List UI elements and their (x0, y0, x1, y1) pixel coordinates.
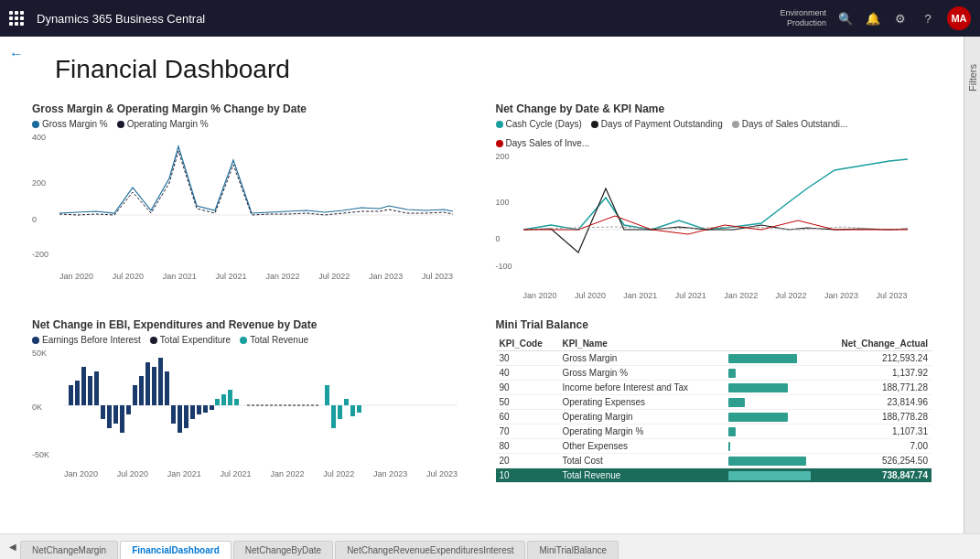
cell-name: Other Expenses (558, 439, 725, 454)
svg-rect-32 (331, 405, 336, 428)
cell-code: 30 (496, 351, 559, 366)
cell-bar (725, 454, 814, 468)
svg-rect-8 (101, 405, 105, 419)
filters-label[interactable]: Filters (967, 64, 978, 91)
legend-item-days-inve: Days Sales of Inve... (496, 138, 590, 148)
ebi-panel: Net Change in EBI, Expenditures and Reve… (18, 309, 482, 492)
table-row: 30Gross Margin212,593.24 (496, 351, 932, 366)
svg-rect-9 (107, 405, 112, 428)
table-row: 10Total Revenue738,847.74 (496, 468, 932, 483)
svg-rect-14 (139, 376, 144, 405)
mini-balance-title: Mini Trial Balance (496, 318, 932, 331)
content-area: ← Financial Dashboard Gross Margin & Ope… (0, 37, 964, 533)
cell-value: 1,107.31 (814, 425, 932, 439)
search-icon[interactable]: 🔍 (837, 10, 854, 27)
cell-value: 526,254.50 (814, 454, 932, 468)
cell-value: 212,593.24 (814, 351, 932, 366)
gross-margin-panel: Gross Margin & Operating Margin % Change… (18, 93, 482, 309)
tab-scroll-left[interactable]: ◀ (9, 542, 16, 552)
cell-code: 70 (496, 425, 559, 439)
cell-code: 50 (496, 395, 559, 410)
svg-rect-34 (344, 399, 349, 405)
ebi-legend: Earnings Before Interest Total Expenditu… (32, 335, 468, 345)
legend-item-operating: Operating Margin % (117, 119, 209, 129)
tab-item[interactable]: NetChangeByDate (233, 541, 333, 559)
ebi-xaxis: Jan 2020 Jul 2020 Jan 2021 Jul 2021 Jan … (64, 469, 458, 478)
svg-rect-12 (126, 405, 131, 414)
svg-rect-6 (88, 376, 92, 405)
svg-rect-28 (228, 390, 232, 405)
cell-name: Operating Expenses (558, 395, 725, 410)
cell-bar (725, 439, 814, 454)
table-row: 80Other Expenses7.00 (496, 439, 932, 454)
cell-code: 20 (496, 454, 559, 468)
net-change-legend: Cash Cycle (Days) Days of Payment Outsta… (496, 119, 932, 148)
cell-bar (725, 366, 814, 381)
tab-item[interactable]: FinancialDashboard (120, 541, 232, 559)
balance-tbody: 30Gross Margin212,593.2440Gross Margin %… (496, 351, 932, 483)
nav-bar: Dynamics 365 Business Central Environmen… (0, 0, 980, 37)
back-button[interactable]: ← (9, 46, 24, 62)
help-icon[interactable]: ? (920, 10, 936, 27)
cell-name: Operating Margin % (558, 425, 725, 439)
svg-rect-16 (152, 367, 156, 405)
cell-name: Gross Margin (558, 351, 725, 366)
svg-rect-7 (94, 371, 99, 405)
legend-item-rev: Total Revenue (240, 335, 308, 345)
svg-rect-29 (234, 399, 239, 405)
cell-bar (725, 395, 814, 410)
avatar[interactable]: MA (947, 6, 971, 30)
legend-item-ebi: Earnings Before Interest (32, 335, 141, 345)
bell-icon[interactable]: 🔔 (865, 10, 881, 27)
table-row: 40Gross Margin %1,137.92 (496, 366, 932, 381)
mini-balance-panel: Mini Trial Balance KPI_Code KPI_Name Net… (482, 309, 946, 492)
legend-item-days-payment: Days of Payment Outstanding (591, 119, 723, 129)
svg-rect-35 (350, 405, 355, 416)
cell-bar (725, 425, 814, 439)
cell-name: Gross Margin % (558, 366, 725, 381)
cell-name: Total Cost (558, 454, 725, 468)
cell-code: 60 (496, 410, 559, 425)
svg-rect-33 (338, 405, 342, 419)
net-change-title: Net Change by Date & KPI Name (496, 102, 932, 115)
cell-bar (725, 468, 814, 483)
settings-icon[interactable]: ⚙ (892, 10, 909, 27)
cell-value: 7.00 (814, 439, 932, 454)
table-row: 20Total Cost526,254.50 (496, 454, 932, 468)
cell-value: 188,778.28 (814, 410, 932, 425)
legend-item-gross: Gross Margin % (32, 119, 108, 129)
ebi-title: Net Change in EBI, Expenditures and Reve… (32, 318, 468, 331)
svg-rect-22 (190, 405, 195, 419)
tab-item[interactable]: NetChangeMargin (20, 541, 118, 559)
cell-code: 40 (496, 366, 559, 381)
cell-bar (725, 410, 814, 425)
cell-value: 188,771.28 (814, 381, 932, 395)
tab-bar: ◀ NetChangeMarginFinancialDashboardNetCh… (0, 533, 980, 559)
table-row: 50Operating Expenses23,814.96 (496, 395, 932, 410)
table-row: 70Operating Margin %1,107.31 (496, 425, 932, 439)
svg-rect-24 (203, 405, 208, 413)
tab-item[interactable]: MiniTrialBalance (527, 541, 619, 559)
nav-left: Dynamics 365 Business Central (9, 11, 205, 26)
svg-rect-11 (120, 405, 124, 433)
net-change-xaxis: Jan 2020 Jul 2020 Jan 2021 Jul 2021 Jan … (523, 291, 908, 300)
env-badge: Environment Production (780, 8, 826, 28)
col-kpi-code: KPI_Code (496, 337, 559, 351)
cell-code: 90 (496, 381, 559, 395)
svg-rect-26 (215, 399, 220, 405)
table-header: KPI_Code KPI_Name Net_Change_Actual (496, 337, 932, 351)
cell-bar (725, 381, 814, 395)
svg-rect-10 (113, 405, 118, 424)
filters-sidebar[interactable]: Filters (964, 37, 980, 533)
svg-rect-25 (210, 405, 214, 410)
col-kpi-name: KPI_Name (558, 337, 725, 351)
col-net-change: Net_Change_Actual (814, 337, 932, 351)
legend-item-exp: Total Expenditure (150, 335, 231, 345)
table-row: 90Income before Interest and Tax188,771.… (496, 381, 932, 395)
legend-item-cash: Cash Cycle (Days) (496, 119, 582, 129)
gross-margin-xaxis: Jan 2020 Jul 2020 Jan 2021 Jul 2021 Jan … (59, 272, 453, 281)
dashboard-grid: Gross Margin & Operating Margin % Change… (0, 93, 964, 501)
cell-name: Operating Margin (558, 410, 725, 425)
tab-item[interactable]: NetChangeRevenueExpendituresInterest (335, 541, 525, 559)
grid-icon[interactable] (9, 11, 24, 26)
